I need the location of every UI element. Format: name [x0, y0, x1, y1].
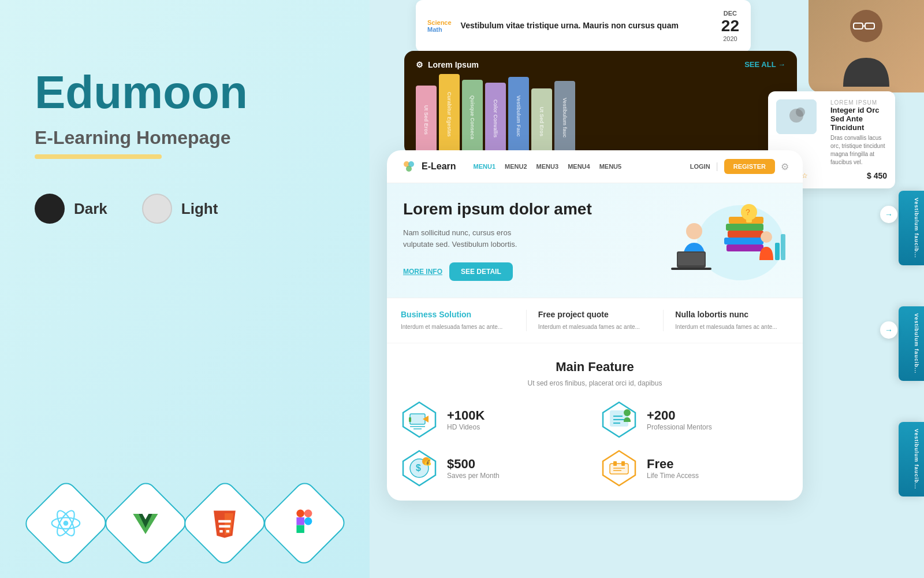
access-number: Free [647, 457, 699, 472]
book-6: Ut Sed Eros [531, 88, 552, 155]
card-tags: Science Math [427, 19, 452, 33]
arrow-btn-2[interactable]: → [880, 321, 897, 339]
feature-quote-title: Free project quote [538, 310, 652, 319]
logo-dot: ⚙ [416, 60, 423, 69]
product-label: LOREM IPSUM [830, 99, 887, 106]
feature-business-title: Business Solution [401, 310, 515, 319]
book-2: Curabitur Egestas [439, 74, 460, 155]
feature-access: Free Life Time Access [601, 450, 789, 487]
nav-menu1[interactable]: MENU1 [474, 163, 496, 170]
science-tag: Science [427, 19, 452, 26]
product-title: Integer id Orc Sed Ante Tincidunt [830, 106, 887, 132]
books-strip: Ut Sed Eros Curabitur Egestas Quisque Co… [416, 74, 575, 155]
app-subtitle: E-Learning Homepage [35, 127, 335, 149]
book-4: Color Convallis [485, 83, 506, 155]
math-tag: Math [427, 26, 452, 33]
right-panel: Science Math Vestibulum vitae tristique … [370, 0, 924, 578]
main-card: E-Learn MENU1 MENU2 MENU3 MENU4 MENU5 LO… [387, 150, 803, 501]
theme-toggles: Dark Light [35, 194, 335, 224]
mentors-icon [601, 401, 638, 438]
svg-rect-16 [296, 525, 304, 533]
vue-icon-box [100, 479, 189, 568]
nav-menu2[interactable]: MENU2 [505, 163, 527, 170]
hd-videos-text: +100K HD Videos [447, 408, 485, 431]
arrow-btn-1[interactable]: → [880, 206, 897, 223]
book-7: Vestibulum fauc [554, 81, 575, 155]
svg-rect-29 [726, 224, 763, 231]
app-title: Edumoon [35, 69, 335, 116]
date-year: 2020 [721, 35, 739, 42]
nav-menu3[interactable]: MENU3 [536, 163, 559, 170]
theme-dark-option[interactable]: Dark [35, 194, 107, 224]
hero-section: Lorem ipsum dolor amet Nam sollicitud nu… [387, 183, 803, 298]
react-icon-box [21, 479, 110, 568]
light-label: Light [181, 200, 218, 218]
svg-rect-14 [296, 517, 304, 525]
feature-hd-videos: +100K HD Videos [401, 401, 589, 438]
product-desc: Dras convallis lacus orc, tristique tinc… [830, 134, 887, 166]
svg-rect-34 [746, 219, 752, 223]
html5-icon [209, 507, 240, 539]
access-label: Life Time Access [647, 472, 699, 480]
hd-videos-label: HD Videos [447, 423, 485, 431]
svg-rect-13 [304, 509, 312, 517]
dark-card-header: ⚙ Lorem Ipsum [416, 60, 479, 69]
svg-rect-38 [678, 253, 705, 265]
light-toggle[interactable] [142, 194, 172, 224]
nav-menu: MENU1 MENU2 MENU3 MENU4 MENU5 [474, 163, 622, 170]
sidebar-card-2: Vestibulum faucib... [899, 306, 924, 381]
feature-nulla: Nulla lobortis nunc Interdum et malesuad… [664, 310, 789, 331]
saves-icon: $ 💰 [401, 450, 438, 487]
dark-toggle[interactable] [35, 194, 65, 224]
svg-rect-41 [775, 243, 780, 260]
react-icon [50, 507, 81, 539]
feature-quote: Free project quote Interdum et malesuada… [527, 310, 664, 331]
nav-actions: LOGIN | REGISTER ⚙ [690, 159, 789, 174]
person-decoration [808, 0, 924, 92]
svg-point-36 [686, 223, 702, 239]
hd-videos-icon [401, 401, 438, 438]
nav-menu5[interactable]: MENU5 [599, 163, 622, 170]
vue-icon [129, 507, 161, 539]
svg-point-23 [796, 108, 805, 117]
card-date: DEC 22 2020 [721, 10, 739, 42]
register-button[interactable]: REGISTER [724, 159, 775, 174]
svg-point-50 [624, 409, 631, 416]
see-all-link[interactable]: SEE ALL → [744, 60, 785, 69]
theme-light-option[interactable]: Light [142, 194, 218, 224]
feature-nulla-title: Nulla lobortis nunc [675, 310, 789, 319]
login-button[interactable]: LOGIN [690, 163, 710, 170]
access-icon [601, 450, 638, 487]
feature-business: Business Solution Interdum et malesuada … [401, 310, 527, 331]
figma-icon-box [259, 479, 348, 568]
feature-cards-grid: +100K HD Videos [401, 401, 789, 487]
svg-point-15 [304, 517, 312, 525]
svg-point-17 [850, 10, 882, 42]
svg-rect-39 [671, 268, 711, 270]
feature-quote-desc: Interdum et malesuada fames ac ante... [538, 323, 652, 331]
more-info-button[interactable]: MORE INFO [403, 262, 442, 281]
svg-rect-11 [226, 530, 229, 532]
svg-rect-30 [728, 231, 763, 238]
svg-point-26 [406, 166, 412, 172]
book-1: Ut Sed Eros [416, 86, 437, 155]
svg-rect-32 [726, 244, 763, 251]
hero-title: Lorem ipsum dolor amet [403, 199, 648, 219]
dark-card-logo-label: Lorem Ipsum [428, 60, 479, 69]
subtitle-underline [35, 154, 162, 159]
svg-rect-45 [409, 417, 411, 422]
feature-saves: $ 💰 $500 Saves per Month [401, 450, 589, 487]
product-price: $ 450 [867, 171, 887, 180]
feature-nulla-desc: Interdum et malesuada fames ac ante... [675, 323, 789, 331]
main-feature-section: Main Feature Ut sed eros finibus, placer… [387, 343, 803, 501]
left-panel: Edumoon E-Learning Homepage Dark Light [0, 0, 370, 578]
hero-desc: Nam sollicitud nunc, cursus eros vulputa… [403, 227, 648, 251]
dark-label: Dark [74, 200, 107, 218]
feature-mentors: +200 Professional Mentors [601, 401, 789, 438]
top-blog-card: Science Math Vestibulum vitae tristique … [416, 0, 751, 52]
see-detail-button[interactable]: SEE DETAIL [449, 262, 513, 281]
date-day: 22 [721, 17, 739, 35]
nav-menu4[interactable]: MENU4 [568, 163, 590, 170]
svg-rect-9 [219, 525, 230, 527]
settings-icon[interactable]: ⚙ [781, 161, 789, 172]
